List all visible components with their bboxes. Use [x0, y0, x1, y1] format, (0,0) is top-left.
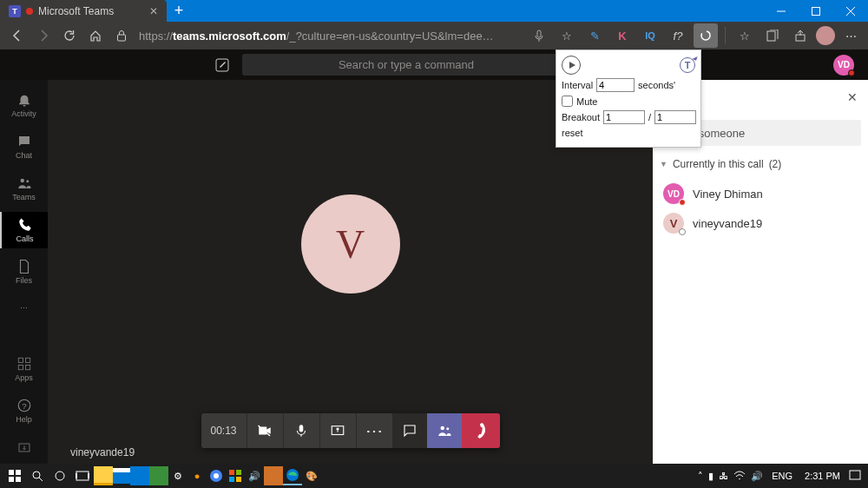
windows-taskbar[interactable]: ⚙ ● 🔊 🎨 ˄ ▮ 🖧 🔊 ENG 2:31 PM [0, 464, 868, 488]
cortana-icon[interactable] [49, 464, 71, 488]
svg-point-6 [701, 31, 710, 40]
svg-point-11 [26, 180, 29, 182]
nav-refresh-button[interactable] [57, 23, 82, 48]
call-toolbar: 00:13 ⋯ [201, 413, 500, 448]
tray-volume-icon[interactable]: 🔊 [751, 471, 763, 482]
rail-teams[interactable]: Teams [0, 170, 48, 207]
tray-lang[interactable]: ENG [768, 471, 796, 481]
tray-notifications-icon[interactable] [849, 470, 861, 482]
tb-paint-icon[interactable]: 🎨 [302, 466, 321, 485]
tray-clock[interactable]: 2:31 PM [801, 471, 844, 481]
breakout-label: Breakout [562, 112, 600, 122]
participant-row[interactable]: VD Viney Dhiman [660, 179, 861, 208]
window-close-button[interactable] [833, 0, 868, 22]
tb-store-icon[interactable] [113, 468, 130, 484]
rail-chat[interactable]: Chat [0, 129, 48, 165]
tb-chrome-icon[interactable] [207, 466, 226, 485]
tb-app-icon[interactable] [264, 466, 283, 485]
tb-mail-icon[interactable] [130, 466, 149, 485]
search-icon[interactable] [26, 464, 49, 488]
interval-label: Interval [562, 80, 593, 90]
user-avatar[interactable]: VD [833, 55, 854, 76]
window-maximize-button[interactable] [799, 0, 833, 22]
tb-sound-icon[interactable]: 🔊 [245, 466, 264, 485]
camera-toggle-button[interactable] [247, 413, 283, 448]
panel-close-button[interactable]: ✕ [847, 90, 858, 104]
ext-pen-icon[interactable]: ✎ [582, 23, 607, 48]
tab-title: Microsoft Teams [38, 5, 114, 17]
tab-close-button[interactable]: ✕ [149, 5, 158, 17]
browser-tab[interactable]: T Microsoft Teams ✕ [0, 0, 167, 22]
compose-button[interactable] [209, 52, 235, 78]
mic-toggle-button[interactable] [283, 413, 319, 448]
start-button[interactable] [3, 464, 26, 488]
window-minimize-button[interactable] [764, 0, 799, 22]
tray-chevron-icon[interactable]: ˄ [698, 471, 703, 482]
svg-rect-32 [76, 473, 77, 478]
ext-k-icon[interactable]: K [610, 23, 635, 48]
svg-line-29 [39, 478, 43, 481]
favorite-star-icon[interactable]: ☆ [555, 23, 579, 48]
svg-rect-41 [850, 471, 860, 479]
mute-checkbox[interactable]: Mute [562, 96, 597, 107]
svg-rect-36 [229, 470, 234, 475]
tray-wifi-icon[interactable] [733, 471, 746, 481]
ext-iq-icon[interactable]: IQ [638, 23, 662, 48]
lock-icon [109, 23, 134, 48]
participant-row[interactable]: V vineyvande19 [660, 208, 861, 238]
rail-help[interactable]: ?Help [0, 392, 48, 429]
tray-network-icon[interactable]: 🖧 [719, 471, 728, 481]
hangup-button[interactable] [462, 413, 500, 448]
ext-fx-icon[interactable]: f? [666, 23, 690, 48]
ext-refresh-icon[interactable] [694, 23, 718, 48]
browser-menu-button[interactable]: ⋯ [838, 23, 863, 48]
svg-rect-4 [118, 35, 126, 41]
tray-battery-icon[interactable]: ▮ [708, 471, 713, 482]
interval-input[interactable] [596, 78, 635, 92]
address-bar[interactable]: https:// teams.microsoft.com /_?culture=… [139, 30, 494, 43]
rail-more[interactable]: ⋯ [0, 295, 48, 321]
tb-edge-icon[interactable] [283, 466, 302, 485]
nav-forward-button[interactable] [31, 23, 56, 48]
people-toggle-button[interactable] [427, 413, 462, 448]
chat-toggle-button[interactable] [392, 413, 427, 448]
svg-rect-5 [537, 30, 541, 37]
participant-avatar: V [663, 213, 684, 234]
app-rail: Activity Chat Teams Calls Files ⋯ Apps ?… [0, 80, 48, 464]
svg-rect-25 [16, 470, 21, 475]
caller-label: vineyvande19 [70, 446, 135, 458]
favorites-icon[interactable]: ☆ [733, 23, 757, 48]
play-button[interactable] [562, 56, 581, 75]
share-icon[interactable] [788, 23, 812, 48]
new-tab-button[interactable]: + [167, 2, 191, 20]
rail-calls[interactable]: Calls [0, 212, 48, 248]
share-screen-button[interactable] [319, 413, 356, 448]
taskview-icon[interactable] [71, 464, 94, 488]
svg-rect-15 [25, 366, 30, 370]
tb-camtasia-icon[interactable] [149, 466, 168, 485]
rail-download[interactable] [0, 434, 48, 464]
svg-point-35 [214, 473, 219, 478]
seconds-label: seconds' [638, 80, 675, 90]
breakout-a-input[interactable] [603, 110, 645, 124]
more-actions-button[interactable]: ⋯ [356, 413, 392, 448]
tb-explorer-icon[interactable] [94, 466, 113, 485]
presence-busy-icon [679, 199, 686, 206]
profile-avatar[interactable] [816, 26, 835, 45]
tb-settings-icon[interactable]: ⚙ [168, 466, 187, 485]
collections-icon[interactable] [760, 23, 785, 48]
nav-home-button[interactable] [83, 23, 108, 48]
rail-files[interactable]: Files [0, 254, 48, 290]
rail-activity[interactable]: Activity [0, 87, 48, 123]
rail-apps[interactable]: Apps [0, 351, 48, 387]
svg-rect-14 [18, 366, 23, 370]
mic-icon[interactable] [527, 23, 551, 48]
svg-rect-24 [9, 470, 14, 475]
breakout-b-input[interactable] [654, 110, 696, 124]
tb-office-icon[interactable] [226, 466, 245, 485]
section-header[interactable]: ▼ Currently in this call (2) [660, 158, 861, 170]
reset-link[interactable]: reset [562, 128, 582, 138]
nav-back-button[interactable] [5, 23, 30, 48]
tb-firefox-icon[interactable]: ● [187, 466, 207, 485]
search-input[interactable]: Search or type a command [242, 54, 570, 76]
